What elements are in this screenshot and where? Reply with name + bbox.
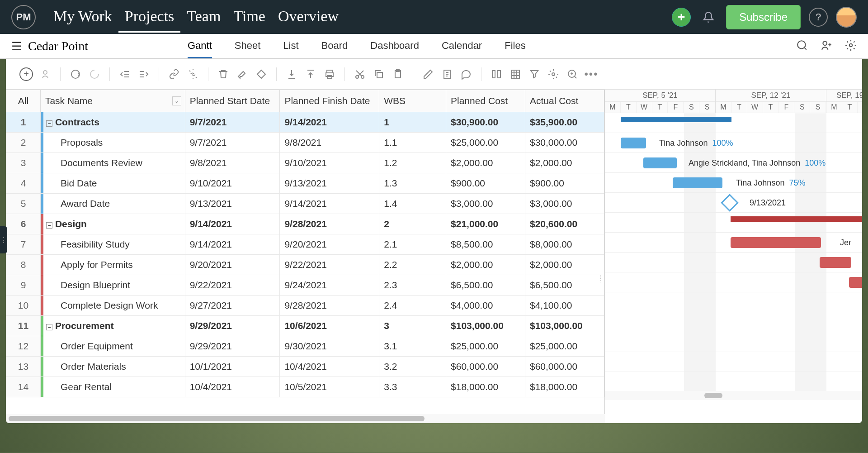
finish-cell[interactable]: 9/30/2021 (280, 336, 379, 357)
start-cell[interactable]: 9/7/2021 (185, 112, 280, 133)
bell-icon[interactable] (699, 8, 718, 27)
col-pcost[interactable]: Planned Cost (446, 90, 525, 112)
tab-files[interactable]: Files (505, 34, 525, 58)
name-dropdown-icon[interactable]: ⌄ (172, 96, 181, 105)
table-row[interactable]: 10 Complete Design Work 9/27/2021 9/28/2… (6, 296, 604, 316)
acost-cell[interactable]: $18,000.00 (525, 377, 604, 397)
col-name[interactable]: Task Name⌄ (40, 90, 185, 112)
tab-list[interactable]: List (283, 34, 298, 58)
wbs-cell[interactable]: 1.4 (379, 194, 446, 214)
row-number[interactable]: 6 (6, 214, 41, 234)
settings-icon[interactable] (547, 67, 560, 81)
row-number[interactable]: 10 (6, 296, 41, 316)
row-number[interactable]: 8 (6, 255, 41, 275)
table-row[interactable]: 1 −Contracts 9/7/2021 9/14/2021 1 $30,90… (6, 112, 604, 133)
acost-cell[interactable]: $8,000.00 (525, 234, 604, 255)
finish-cell[interactable]: 9/13/2021 (280, 173, 379, 194)
tab-board[interactable]: Board (321, 34, 348, 58)
edit-icon[interactable] (421, 67, 435, 81)
wbs-cell[interactable]: 3 (379, 316, 446, 336)
row-number[interactable]: 9 (6, 275, 41, 296)
start-cell[interactable]: 9/13/2021 (185, 194, 280, 214)
pcost-cell[interactable]: $2,000.00 (446, 153, 525, 173)
start-cell[interactable]: 9/29/2021 (185, 316, 280, 336)
start-cell[interactable]: 9/20/2021 (185, 255, 280, 275)
task-name-cell[interactable]: Proposals (40, 133, 185, 153)
pcost-cell[interactable]: $60,000.00 (446, 357, 525, 377)
wbs-cell[interactable]: 3.1 (379, 336, 446, 357)
pcost-cell[interactable]: $21,000.00 (446, 214, 525, 234)
row-number[interactable]: 7 (6, 234, 41, 255)
outdent-icon[interactable] (118, 67, 132, 81)
wbs-cell[interactable]: 1.3 (379, 173, 446, 194)
finish-cell[interactable]: 9/28/2021 (280, 214, 379, 234)
subscribe-button[interactable]: Subscribe (726, 5, 801, 29)
acost-cell[interactable]: $103,000.00 (525, 316, 604, 336)
finish-cell[interactable]: 10/4/2021 (280, 357, 379, 377)
wbs-cell[interactable]: 3.3 (379, 377, 446, 397)
wbs-cell[interactable]: 1 (379, 112, 446, 133)
start-cell[interactable]: 9/22/2021 (185, 275, 280, 296)
search-icon[interactable] (796, 39, 808, 53)
table-row[interactable]: 6 −Design 9/14/2021 9/28/2021 2 $21,000.… (6, 214, 604, 234)
acost-cell[interactable]: $35,900.00 (525, 112, 604, 133)
help-icon[interactable]: ? (809, 8, 828, 27)
pcost-cell[interactable]: $18,000.00 (446, 377, 525, 397)
start-cell[interactable]: 9/14/2021 (185, 214, 280, 234)
finish-cell[interactable]: 10/5/2021 (280, 377, 379, 397)
split-handle[interactable]: ⋮⋮⋮ (598, 276, 604, 291)
add-task-button[interactable]: + (19, 67, 33, 81)
nav-team[interactable]: Team (180, 1, 227, 33)
task-name-cell[interactable]: Complete Design Work (40, 296, 185, 316)
row-number[interactable]: 11 (6, 316, 41, 336)
pcost-cell[interactable]: $2,000.00 (446, 255, 525, 275)
acost-cell[interactable]: $6,500.00 (525, 275, 604, 296)
gear-icon[interactable] (845, 39, 857, 53)
gantt-body[interactable]: Tina Johnson 100% Angie Strickland, Tina… (605, 113, 862, 391)
task-name-cell[interactable]: Order Materials (40, 357, 185, 377)
assign-icon[interactable] (38, 67, 52, 81)
wbs-cell[interactable]: 2.3 (379, 275, 446, 296)
nav-mywork[interactable]: My Work (47, 1, 118, 33)
logo[interactable]: PM (11, 5, 36, 29)
table-hscroll[interactable] (6, 414, 605, 423)
copy-icon[interactable] (372, 67, 386, 81)
acost-cell[interactable]: $60,000.00 (525, 357, 604, 377)
tab-gantt[interactable]: Gantt (188, 34, 212, 58)
task-name-cell[interactable]: Apply for Permits (40, 255, 185, 275)
start-cell[interactable]: 9/8/2021 (185, 153, 280, 173)
acost-cell[interactable]: $25,000.00 (525, 336, 604, 357)
comment-icon[interactable] (459, 67, 473, 81)
row-number[interactable]: 2 (6, 133, 41, 153)
delete-icon[interactable] (217, 67, 230, 81)
start-cell[interactable]: 9/29/2021 (185, 336, 280, 357)
link-icon[interactable] (167, 67, 181, 81)
finish-cell[interactable]: 10/6/2021 (280, 316, 379, 336)
export-icon[interactable] (304, 67, 317, 81)
task-name-cell[interactable]: −Contracts (40, 112, 185, 133)
cut-icon[interactable] (353, 67, 367, 81)
acost-cell[interactable]: $3,000.00 (525, 194, 604, 214)
nav-projects[interactable]: Projects (118, 1, 181, 33)
start-cell[interactable]: 9/14/2021 (185, 234, 280, 255)
finish-cell[interactable]: 9/10/2021 (280, 153, 379, 173)
row-number[interactable]: 3 (6, 153, 41, 173)
table-row[interactable]: 7 Feasibility Study 9/14/2021 9/20/2021 … (6, 234, 604, 255)
acost-cell[interactable]: $2,000.00 (525, 255, 604, 275)
paste-icon[interactable] (391, 67, 405, 81)
acost-cell[interactable]: $30,000.00 (525, 133, 604, 153)
col-all[interactable]: All (6, 90, 41, 112)
wbs-cell[interactable]: 1.2 (379, 153, 446, 173)
wbs-cell[interactable]: 2.1 (379, 234, 446, 255)
finish-cell[interactable]: 9/14/2021 (280, 194, 379, 214)
col-wbs[interactable]: WBS (379, 90, 446, 112)
tab-dashboard[interactable]: Dashboard (370, 34, 419, 58)
task-name-cell[interactable]: Gear Rental (40, 377, 185, 397)
tab-calendar[interactable]: Calendar (442, 34, 482, 58)
task-name-cell[interactable]: Documents Review (40, 153, 185, 173)
acost-cell[interactable]: $900.00 (525, 173, 604, 194)
add-user-icon[interactable] (821, 39, 832, 53)
col-finish[interactable]: Planned Finish Date (280, 90, 379, 112)
print-icon[interactable] (323, 67, 336, 81)
start-cell[interactable]: 9/7/2021 (185, 133, 280, 153)
